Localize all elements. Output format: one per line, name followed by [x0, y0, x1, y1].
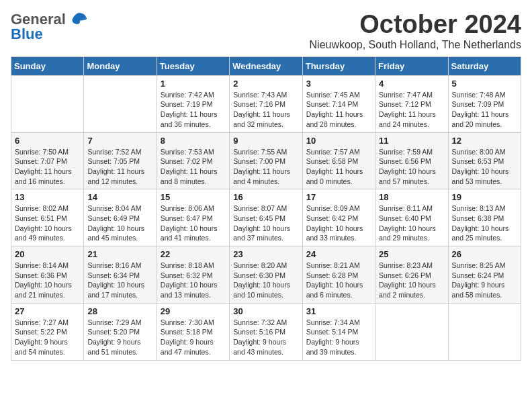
page-header: General Blue October 2024 Nieuwkoop, Sou…: [11, 11, 521, 51]
day-info: Sunrise: 7:30 AMSunset: 5:18 PMDaylight:…: [161, 318, 226, 357]
day-number: 5: [452, 79, 517, 89]
day-info: Sunrise: 7:47 AMSunset: 7:12 PMDaylight:…: [379, 90, 444, 130]
calendar-day-cell: 7Sunrise: 7:52 AMSunset: 7:05 PMDaylight…: [84, 132, 157, 189]
calendar-day-cell: 31Sunrise: 7:34 AMSunset: 5:14 PMDayligh…: [302, 303, 375, 360]
calendar-day-cell: 3Sunrise: 7:45 AMSunset: 7:14 PMDaylight…: [302, 75, 375, 132]
day-info: Sunrise: 8:18 AMSunset: 6:32 PMDaylight:…: [161, 261, 226, 300]
calendar-day-cell: 13Sunrise: 8:02 AMSunset: 6:51 PMDayligh…: [11, 189, 84, 246]
day-info: Sunrise: 8:04 AMSunset: 6:49 PMDaylight:…: [87, 203, 152, 243]
day-number: 27: [15, 306, 80, 316]
day-info: Sunrise: 7:55 AMSunset: 7:00 PMDaylight:…: [233, 147, 298, 187]
calendar-day-cell: 28Sunrise: 7:29 AMSunset: 5:20 PMDayligh…: [84, 303, 157, 360]
day-info: Sunrise: 7:42 AMSunset: 7:19 PMDaylight:…: [161, 90, 226, 130]
day-info: Sunrise: 7:50 AMSunset: 7:07 PMDaylight:…: [15, 147, 80, 187]
day-info: Sunrise: 7:34 AMSunset: 5:14 PMDaylight:…: [306, 318, 371, 357]
day-info: Sunrise: 7:32 AMSunset: 5:16 PMDaylight:…: [233, 318, 298, 357]
day-info: Sunrise: 7:48 AMSunset: 7:09 PMDaylight:…: [452, 90, 517, 130]
day-number: 13: [15, 192, 80, 202]
weekday-header: Saturday: [448, 56, 521, 75]
calendar-day-cell: 17Sunrise: 8:09 AMSunset: 6:42 PMDayligh…: [302, 189, 375, 246]
weekday-header: Monday: [84, 56, 157, 75]
day-info: Sunrise: 7:57 AMSunset: 6:58 PMDaylight:…: [306, 147, 371, 187]
calendar-day-cell: 27Sunrise: 7:27 AMSunset: 5:22 PMDayligh…: [11, 303, 84, 360]
day-info: Sunrise: 8:23 AMSunset: 6:26 PMDaylight:…: [379, 261, 444, 300]
day-number: 26: [452, 249, 517, 259]
calendar-week-row: 27Sunrise: 7:27 AMSunset: 5:22 PMDayligh…: [11, 303, 521, 360]
calendar-day-cell: 2Sunrise: 7:43 AMSunset: 7:16 PMDaylight…: [230, 75, 302, 132]
day-number: 4: [379, 79, 444, 89]
logo-block: General Blue: [11, 11, 87, 43]
calendar-day-cell: 18Sunrise: 8:11 AMSunset: 6:40 PMDayligh…: [375, 189, 448, 246]
calendar-day-cell: 22Sunrise: 8:18 AMSunset: 6:32 PMDayligh…: [157, 246, 229, 304]
day-info: Sunrise: 7:27 AMSunset: 5:22 PMDaylight:…: [15, 318, 80, 357]
calendar-day-cell: 8Sunrise: 7:53 AMSunset: 7:02 PMDaylight…: [157, 132, 229, 189]
calendar-day-cell: 1Sunrise: 7:42 AMSunset: 7:19 PMDaylight…: [157, 75, 229, 132]
weekday-header: Wednesday: [230, 56, 302, 75]
day-info: Sunrise: 8:14 AMSunset: 6:36 PMDaylight:…: [15, 261, 80, 300]
day-number: 14: [87, 192, 152, 202]
day-info: Sunrise: 8:21 AMSunset: 6:28 PMDaylight:…: [306, 261, 371, 300]
calendar-table: SundayMondayTuesdayWednesdayThursdayFrid…: [11, 56, 521, 361]
day-number: 22: [161, 249, 226, 259]
calendar-week-row: 13Sunrise: 8:02 AMSunset: 6:51 PMDayligh…: [11, 189, 521, 246]
calendar-day-cell: 5Sunrise: 7:48 AMSunset: 7:09 PMDaylight…: [448, 75, 521, 132]
day-info: Sunrise: 8:06 AMSunset: 6:47 PMDaylight:…: [161, 203, 226, 243]
day-info: Sunrise: 8:02 AMSunset: 6:51 PMDaylight:…: [15, 203, 80, 243]
calendar-day-cell: 29Sunrise: 7:30 AMSunset: 5:18 PMDayligh…: [157, 303, 229, 360]
title-block: October 2024 Nieuwkoop, South Holland, T…: [310, 11, 521, 51]
day-number: 7: [87, 136, 152, 146]
calendar-day-cell: [375, 303, 448, 360]
day-number: 31: [306, 306, 371, 316]
day-info: Sunrise: 7:52 AMSunset: 7:05 PMDaylight:…: [87, 147, 152, 187]
day-info: Sunrise: 7:45 AMSunset: 7:14 PMDaylight:…: [306, 90, 371, 130]
day-info: Sunrise: 8:13 AMSunset: 6:38 PMDaylight:…: [452, 203, 517, 243]
calendar-day-cell: [11, 75, 84, 132]
calendar-day-cell: 19Sunrise: 8:13 AMSunset: 6:38 PMDayligh…: [448, 189, 521, 246]
day-number: 8: [161, 136, 226, 146]
month-title: October 2024: [310, 11, 521, 39]
day-number: 15: [161, 192, 226, 202]
calendar-day-cell: 9Sunrise: 7:55 AMSunset: 7:00 PMDaylight…: [230, 132, 302, 189]
logo: General Blue: [11, 11, 87, 43]
calendar-day-cell: 25Sunrise: 8:23 AMSunset: 6:26 PMDayligh…: [375, 246, 448, 304]
calendar-day-cell: [84, 75, 157, 132]
day-number: 23: [233, 249, 298, 259]
calendar-day-cell: 4Sunrise: 7:47 AMSunset: 7:12 PMDaylight…: [375, 75, 448, 132]
location: Nieuwkoop, South Holland, The Netherland…: [310, 39, 521, 51]
logo-bird-icon: [67, 12, 87, 27]
day-info: Sunrise: 7:53 AMSunset: 7:02 PMDaylight:…: [161, 147, 226, 187]
weekday-header: Tuesday: [157, 56, 229, 75]
day-number: 10: [306, 136, 371, 146]
day-number: 29: [161, 306, 226, 316]
calendar-day-cell: 11Sunrise: 7:59 AMSunset: 6:56 PMDayligh…: [375, 132, 448, 189]
day-number: 2: [233, 79, 298, 89]
calendar-week-row: 6Sunrise: 7:50 AMSunset: 7:07 PMDaylight…: [11, 132, 521, 189]
day-number: 9: [233, 136, 298, 146]
day-number: 3: [306, 79, 371, 89]
calendar-week-row: 20Sunrise: 8:14 AMSunset: 6:36 PMDayligh…: [11, 246, 521, 304]
day-number: 28: [87, 306, 152, 316]
weekday-header-row: SundayMondayTuesdayWednesdayThursdayFrid…: [11, 56, 521, 75]
calendar-day-cell: 10Sunrise: 7:57 AMSunset: 6:58 PMDayligh…: [302, 132, 375, 189]
calendar-day-cell: 14Sunrise: 8:04 AMSunset: 6:49 PMDayligh…: [84, 189, 157, 246]
calendar-day-cell: 6Sunrise: 7:50 AMSunset: 7:07 PMDaylight…: [11, 132, 84, 189]
day-number: 12: [452, 136, 517, 146]
day-info: Sunrise: 8:07 AMSunset: 6:45 PMDaylight:…: [233, 203, 298, 243]
day-number: 21: [87, 249, 152, 259]
day-number: 1: [161, 79, 226, 89]
calendar-day-cell: 20Sunrise: 8:14 AMSunset: 6:36 PMDayligh…: [11, 246, 84, 304]
calendar-day-cell: 30Sunrise: 7:32 AMSunset: 5:16 PMDayligh…: [230, 303, 302, 360]
day-info: Sunrise: 8:16 AMSunset: 6:34 PMDaylight:…: [87, 261, 152, 300]
calendar-day-cell: [448, 303, 521, 360]
day-info: Sunrise: 7:59 AMSunset: 6:56 PMDaylight:…: [379, 147, 444, 187]
day-number: 30: [233, 306, 298, 316]
weekday-header: Friday: [375, 56, 448, 75]
day-number: 19: [452, 192, 517, 202]
weekday-header: Thursday: [302, 56, 375, 75]
calendar-day-cell: 24Sunrise: 8:21 AMSunset: 6:28 PMDayligh…: [302, 246, 375, 304]
calendar-day-cell: 15Sunrise: 8:06 AMSunset: 6:47 PMDayligh…: [157, 189, 229, 246]
day-number: 16: [233, 192, 298, 202]
day-info: Sunrise: 7:29 AMSunset: 5:20 PMDaylight:…: [87, 318, 152, 357]
day-info: Sunrise: 8:09 AMSunset: 6:42 PMDaylight:…: [306, 203, 371, 243]
calendar-day-cell: 23Sunrise: 8:20 AMSunset: 6:30 PMDayligh…: [230, 246, 302, 304]
